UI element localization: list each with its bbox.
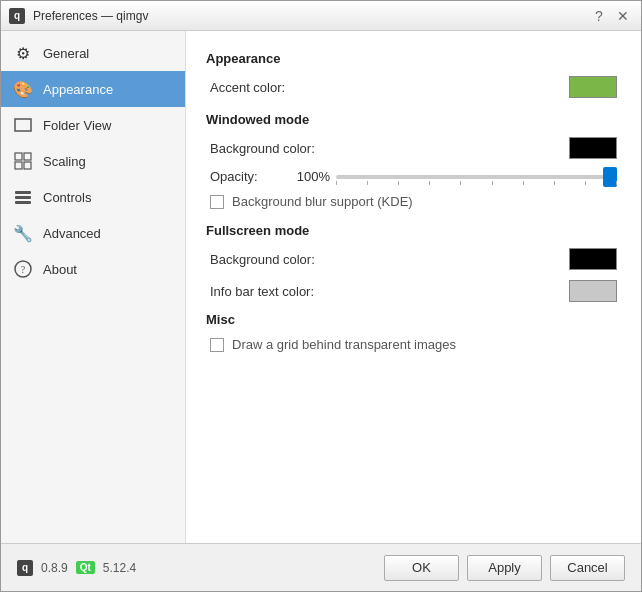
grid-checkbox-label: Draw a grid behind transparent images — [232, 337, 456, 352]
sidebar: ⚙ General 🎨 Appearance Folder View — [1, 31, 186, 543]
svg-text:?: ? — [21, 264, 26, 275]
opacity-value: 100% — [290, 169, 330, 184]
tick-5 — [460, 181, 461, 185]
cancel-button[interactable]: Cancel — [550, 555, 625, 581]
fullscreen-heading: Fullscreen mode — [206, 223, 621, 238]
fs-infobar-row: Info bar text color: — [206, 280, 621, 302]
slider-ticks — [336, 181, 617, 185]
svg-rect-7 — [15, 201, 31, 204]
sidebar-label-about: About — [43, 262, 77, 277]
apply-button[interactable]: Apply — [467, 555, 542, 581]
fs-infobar-swatch[interactable] — [569, 280, 617, 302]
tick-4 — [429, 181, 430, 185]
fs-infobar-label: Info bar text color: — [210, 284, 569, 299]
footer: q 0.8.9 Qt 5.12.4 OK Apply Cancel — [1, 543, 641, 591]
content-area: ⚙ General 🎨 Appearance Folder View — [1, 31, 641, 543]
scaling-icon — [13, 151, 33, 171]
svg-rect-4 — [24, 162, 31, 169]
grid-checkbox[interactable] — [210, 338, 224, 352]
appearance-heading: Appearance — [206, 51, 621, 66]
sidebar-label-advanced: Advanced — [43, 226, 101, 241]
version-text: 0.8.9 — [41, 561, 68, 575]
sidebar-item-appearance[interactable]: 🎨 Appearance — [1, 71, 185, 107]
windowed-mode-heading: Windowed mode — [206, 112, 621, 127]
tick-3 — [398, 181, 399, 185]
footer-buttons: OK Apply Cancel — [384, 555, 625, 581]
sidebar-label-scaling: Scaling — [43, 154, 86, 169]
tick-1 — [336, 181, 337, 185]
general-icon: ⚙ — [13, 43, 33, 63]
ok-button[interactable]: OK — [384, 555, 459, 581]
svg-rect-0 — [15, 119, 31, 131]
svg-rect-3 — [15, 162, 22, 169]
titlebar-controls: ? ✕ — [589, 6, 633, 26]
tick-10 — [616, 181, 617, 185]
sidebar-item-controls[interactable]: Controls — [1, 179, 185, 215]
preferences-window: q Preferences — qimgv ? ✕ ⚙ General 🎨 Ap… — [0, 0, 642, 592]
opacity-slider-container — [336, 175, 617, 179]
blur-checkbox[interactable] — [210, 195, 224, 209]
qt-version: 5.12.4 — [103, 561, 136, 575]
app-icon: q — [9, 8, 25, 24]
accent-color-label: Accent color: — [210, 80, 569, 95]
qt-logo: Qt — [76, 561, 95, 574]
sidebar-label-general: General — [43, 46, 89, 61]
tick-7 — [523, 181, 524, 185]
svg-rect-5 — [15, 191, 31, 194]
fs-bg-label: Background color: — [210, 252, 569, 267]
footer-app-icon: q — [17, 560, 33, 576]
help-button[interactable]: ? — [589, 6, 609, 26]
tick-9 — [585, 181, 586, 185]
tick-2 — [367, 181, 368, 185]
close-button[interactable]: ✕ — [613, 6, 633, 26]
opacity-label: Opacity: — [210, 169, 290, 184]
sidebar-item-general[interactable]: ⚙ General — [1, 35, 185, 71]
controls-icon — [13, 187, 33, 207]
sidebar-item-folder-view[interactable]: Folder View — [1, 107, 185, 143]
opacity-slider-track — [336, 175, 617, 179]
misc-heading: Misc — [206, 312, 621, 327]
tick-8 — [554, 181, 555, 185]
sidebar-label-appearance: Appearance — [43, 82, 113, 97]
sidebar-label-folder-view: Folder View — [43, 118, 111, 133]
appearance-icon: 🎨 — [13, 79, 33, 99]
advanced-icon: 🔧 — [13, 223, 33, 243]
accent-color-row: Accent color: — [206, 76, 621, 98]
sidebar-item-advanced[interactable]: 🔧 Advanced — [1, 215, 185, 251]
blur-checkbox-row: Background blur support (KDE) — [206, 194, 621, 209]
sidebar-item-scaling[interactable]: Scaling — [1, 143, 185, 179]
main-panel: Appearance Accent color: Windowed mode B… — [186, 31, 641, 543]
windowed-bg-label: Background color: — [210, 141, 569, 156]
tick-6 — [492, 181, 493, 185]
windowed-bg-swatch[interactable] — [569, 137, 617, 159]
grid-checkbox-row: Draw a grid behind transparent images — [206, 337, 621, 352]
svg-rect-6 — [15, 196, 31, 199]
windowed-bg-row: Background color: — [206, 137, 621, 159]
opacity-row: Opacity: 100% — [206, 169, 621, 184]
svg-rect-1 — [15, 153, 22, 160]
sidebar-item-about[interactable]: ? About — [1, 251, 185, 287]
fs-bg-row: Background color: — [206, 248, 621, 270]
blur-checkbox-label: Background blur support (KDE) — [232, 194, 413, 209]
footer-version: q 0.8.9 Qt 5.12.4 — [17, 560, 384, 576]
accent-color-swatch[interactable] — [569, 76, 617, 98]
folder-view-icon — [13, 115, 33, 135]
about-icon: ? — [13, 259, 33, 279]
sidebar-label-controls: Controls — [43, 190, 91, 205]
titlebar-title: Preferences — qimgv — [33, 9, 589, 23]
fs-bg-swatch[interactable] — [569, 248, 617, 270]
svg-rect-2 — [24, 153, 31, 160]
titlebar: q Preferences — qimgv ? ✕ — [1, 1, 641, 31]
